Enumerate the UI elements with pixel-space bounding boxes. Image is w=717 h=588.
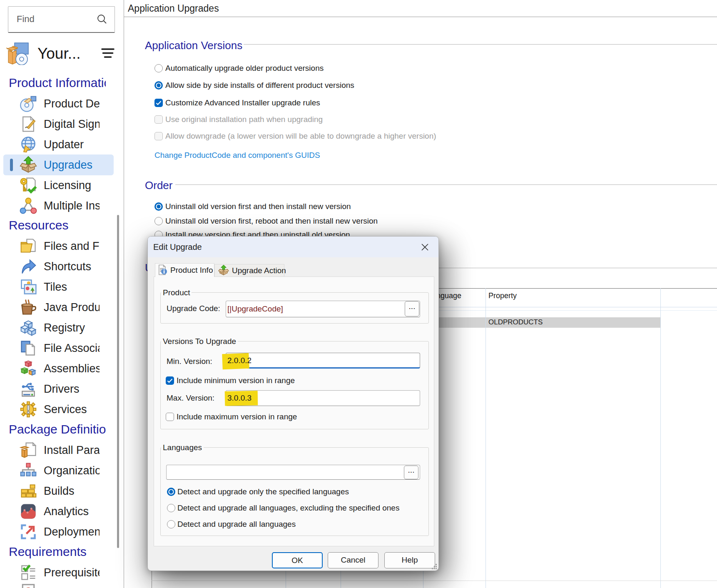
svg-text:?: ? (25, 585, 32, 588)
